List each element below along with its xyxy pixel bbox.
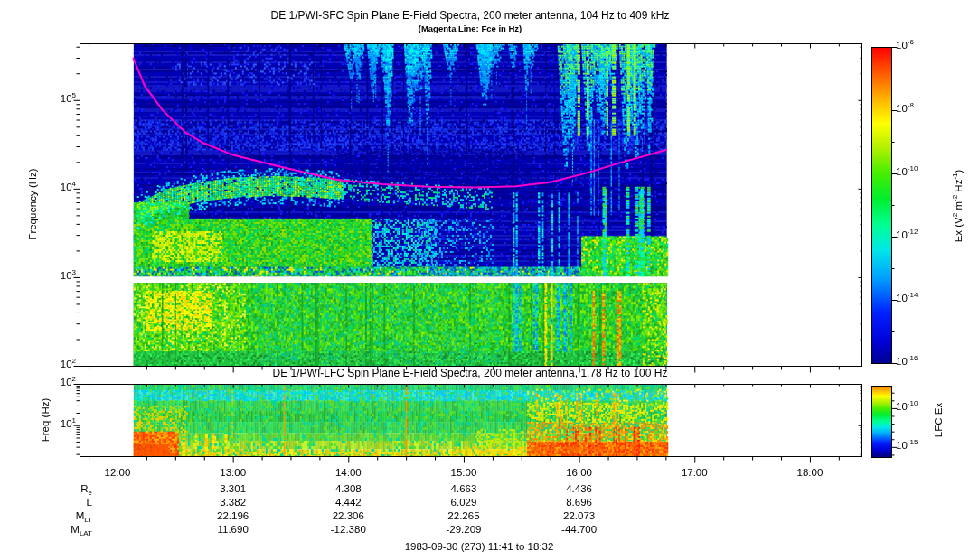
lfc-ytick-label: 102 bbox=[61, 377, 76, 388]
ephemeris-value: 6.029 bbox=[451, 497, 477, 509]
ephemeris-row-label: MLT bbox=[76, 510, 92, 522]
ephemeris-value: 4.442 bbox=[335, 497, 362, 509]
sfc-colorbar-tick-label: 10-16 bbox=[896, 356, 918, 368]
lfc-colorbar-tick-label: 10-10 bbox=[896, 401, 918, 413]
sfc-colorbar-tick-label: 10-12 bbox=[896, 229, 918, 241]
ephemeris-value: 4.436 bbox=[566, 483, 592, 495]
sfc-colorbar-tick-label: 10-10 bbox=[896, 166, 918, 178]
lfc-ylabel: Freq (Hz) bbox=[40, 398, 52, 443]
ephemeris-value: -29.209 bbox=[446, 524, 481, 536]
sfc-colorbar-tick-label: 10-14 bbox=[896, 293, 918, 304]
sfc-ylabel: Frequency (Hz) bbox=[27, 168, 39, 239]
ephemeris-value: 8.696 bbox=[566, 497, 592, 509]
ephemeris-value: 3.301 bbox=[220, 483, 246, 495]
x-hour-label: 15:00 bbox=[451, 467, 477, 479]
sfc-subtitle: (Magenta Line: Fce in Hz) bbox=[419, 24, 522, 33]
sfc-colorbar-tick-label: 10-8 bbox=[896, 103, 914, 115]
x-hour-label: 16:00 bbox=[566, 467, 592, 479]
ephemeris-value: 22.306 bbox=[333, 510, 364, 522]
x-hour-label: 12:00 bbox=[105, 467, 131, 479]
sfc-colorbar-tick-label: 10-6 bbox=[896, 40, 914, 51]
ephemeris-value: 11.690 bbox=[217, 524, 248, 536]
ephemeris-value: 22.265 bbox=[447, 510, 479, 522]
sfc-colorbar-label: Ex (V2 m-2 Hz-1) bbox=[953, 170, 965, 243]
sfc-title: DE 1/PWI-SFC Spin Plane E-Field Spectra,… bbox=[271, 10, 670, 22]
sfc-ytick-label: 105 bbox=[61, 93, 76, 105]
lfc-title: DE 1/PWI-LFC Spin Plane E-Field Spectra,… bbox=[273, 368, 668, 379]
ephemeris-row-label: MLAT bbox=[71, 524, 92, 536]
spectrogram-canvas bbox=[0, 0, 979, 560]
ephemeris-value: 22.196 bbox=[217, 510, 249, 522]
spectrogram-figure: DE 1/PWI-SFC Spin Plane E-Field Spectra,… bbox=[0, 0, 979, 560]
footer-date-range: 1983-09-30 (273) 11:41 to 18:32 bbox=[405, 541, 554, 553]
x-hour-label: 18:00 bbox=[797, 467, 824, 479]
lfc-colorbar-label: LFC Ex bbox=[933, 403, 945, 437]
x-hour-label: 17:00 bbox=[682, 467, 708, 479]
ephemeris-row-label: L bbox=[87, 497, 92, 509]
lfc-colorbar-tick-label: 10-15 bbox=[896, 440, 918, 452]
ephemeris-value: -12.380 bbox=[331, 524, 366, 536]
ephemeris-row-label: Re bbox=[80, 483, 92, 495]
ephemeris-value: 22.073 bbox=[563, 510, 595, 522]
sfc-ytick-label: 103 bbox=[61, 270, 76, 282]
ephemeris-value: -44.700 bbox=[561, 524, 597, 536]
ephemeris-value: 4.308 bbox=[335, 483, 362, 495]
x-hour-label: 14:00 bbox=[335, 467, 362, 479]
sfc-ytick-label: 102 bbox=[61, 359, 76, 370]
ephemeris-value: 3.382 bbox=[220, 497, 246, 509]
lfc-ytick-label: 101 bbox=[61, 418, 76, 430]
ephemeris-value: 4.663 bbox=[451, 483, 477, 495]
sfc-ytick-label: 104 bbox=[61, 182, 76, 193]
x-hour-label: 13:00 bbox=[220, 467, 246, 479]
